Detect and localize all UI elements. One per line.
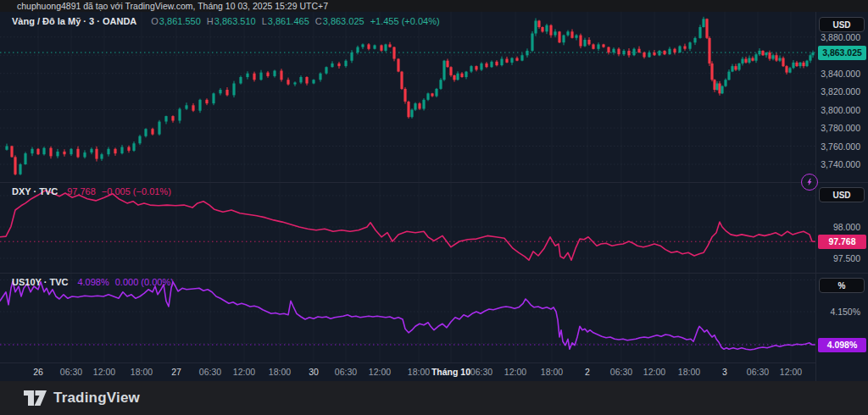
time-axis-label: 12:00	[643, 367, 665, 377]
time-axis-label: 30	[309, 367, 319, 377]
dxy-last-price-badge: 97.768	[818, 235, 866, 249]
price-axis-label: 3,760.000	[816, 141, 860, 152]
time-axis-label: 18:00	[408, 367, 430, 377]
price-axis-label: 3,740.000	[816, 159, 860, 169]
dxy-panel[interactable]: DXY · TVC97.768−0.005 (−0.01%)	[0, 182, 815, 273]
price-axis-label: 4.150%	[816, 307, 860, 317]
dxy-legend: DXY · TVC97.768−0.005 (−0.01%)	[12, 186, 171, 196]
attribution-text: chuphuong4891 đã tạo với TradingView.com…	[17, 1, 328, 11]
percent-toggle-button[interactable]: %	[819, 278, 865, 293]
time-axis[interactable]: 2606:3012:0018:002706:3012:0018:003006:3…	[0, 362, 815, 381]
time-axis-label: 12:00	[504, 367, 526, 377]
gold-price-panel[interactable]: Vàng / Đô la Mỹ · 3 · OANDAO3,861.550H3,…	[0, 12, 815, 182]
price-axis-label: 97.500	[816, 253, 860, 263]
footer-bar: TradingView	[0, 381, 868, 415]
close-value: 3,863.025	[323, 16, 364, 26]
tradingview-brand[interactable]: TradingView	[24, 390, 140, 407]
time-axis-label: 12:00	[780, 367, 802, 377]
us10y-symbol-title[interactable]: US10Y · TVC	[12, 277, 68, 287]
us10y-legend: US10Y · TVC4.098%0.000 (0.00%)	[12, 277, 174, 287]
price-axis-column[interactable]: USD 3,863.025 3,880.0003,840.0003,820.00…	[815, 12, 868, 381]
dxy-value: 97.768	[67, 186, 96, 196]
time-axis-label: 06:30	[199, 367, 221, 377]
gold-last-price-badge: 3,863.025	[818, 46, 866, 60]
us10y-price-axis[interactable]: % 4.098% 4.150%	[816, 273, 868, 362]
time-axis-label: 12:00	[233, 367, 255, 377]
high-value: 3,863.510	[214, 16, 256, 26]
time-axis-label: 12:00	[369, 367, 391, 377]
gold-price-axis[interactable]: USD 3,863.025 3,880.0003,840.0003,820.00…	[816, 12, 868, 182]
time-axis-label: 3	[722, 367, 727, 377]
time-axis-label: 18:00	[678, 367, 700, 377]
price-axis-label: 98.000	[816, 222, 860, 232]
price-axis-label: 3,780.000	[816, 123, 860, 133]
time-axis-label: 06:30	[747, 367, 769, 377]
time-axis-label: 06:30	[470, 367, 492, 377]
open-value: 3,861.550	[159, 16, 201, 26]
time-axis-label: 2	[585, 367, 590, 377]
time-axis-label: 06:30	[60, 367, 82, 377]
tradingview-logo-icon	[24, 390, 47, 406]
brand-name: TradingView	[53, 390, 140, 407]
time-axis-label: 26	[33, 367, 43, 377]
lightning-bolt-icon	[804, 177, 815, 187]
gold-candlestick-chart[interactable]	[0, 12, 815, 182]
attribution-bar: chuphuong4891 đã tạo với TradingView.com…	[0, 0, 868, 12]
price-axis-label: 3,840.000	[816, 69, 860, 79]
chart-area: Vàng / Đô la Mỹ · 3 · OANDAO3,861.550H3,…	[0, 12, 868, 381]
price-axis-label: 3,880.000	[816, 32, 860, 42]
time-axis-label: 06:30	[610, 367, 632, 377]
panel-separator[interactable]	[0, 182, 868, 183]
instant-trading-button[interactable]	[801, 174, 818, 191]
time-axis-label: 18:00	[269, 367, 291, 377]
low-value: 3,861.465	[268, 16, 309, 26]
high-label: H	[207, 16, 214, 26]
gold-symbol-title[interactable]: Vàng / Đô la Mỹ · 3 · OANDA	[12, 16, 136, 26]
plot-region[interactable]: Vàng / Đô la Mỹ · 3 · OANDAO3,861.550H3,…	[0, 12, 815, 381]
time-axis-label: 18:00	[541, 367, 563, 377]
time-axis-label: 27	[171, 367, 181, 377]
price-axis-label: 3,820.000	[816, 86, 860, 97]
tradingview-snapshot: chuphuong4891 đã tạo với TradingView.com…	[0, 0, 868, 415]
us10y-value: 4.098%	[77, 277, 108, 287]
currency-toggle-button-usd[interactable]: USD	[819, 187, 865, 202]
us10y-panel[interactable]: US10Y · TVC4.098%0.000 (0.00%)	[0, 273, 815, 362]
price-axis-label: 3,800.000	[816, 105, 860, 115]
gold-change: +1.455 (+0.04%)	[370, 16, 440, 26]
gold-legend: Vàng / Đô la Mỹ · 3 · OANDAO3,861.550H3,…	[12, 16, 440, 26]
close-label: C	[315, 16, 322, 26]
panel-separator[interactable]	[0, 273, 868, 274]
low-label: L	[262, 16, 267, 26]
us10y-last-price-badge: 4.098%	[818, 338, 866, 352]
time-axis-label: 18:00	[131, 367, 153, 377]
dxy-price-axis[interactable]: USD 97.768 98.00097.500	[816, 182, 868, 273]
dxy-change: −0.005 (−0.01%)	[102, 186, 171, 196]
dxy-symbol-title[interactable]: DXY · TVC	[12, 186, 58, 196]
open-label: O	[151, 16, 159, 26]
time-axis-label: Tháng 10	[431, 367, 470, 377]
time-axis-label: 06:30	[335, 367, 357, 377]
us10y-change: 0.000 (0.00%)	[115, 277, 174, 287]
time-axis-label: 12:00	[93, 367, 115, 377]
currency-toggle-button-usd[interactable]: USD	[819, 17, 865, 32]
